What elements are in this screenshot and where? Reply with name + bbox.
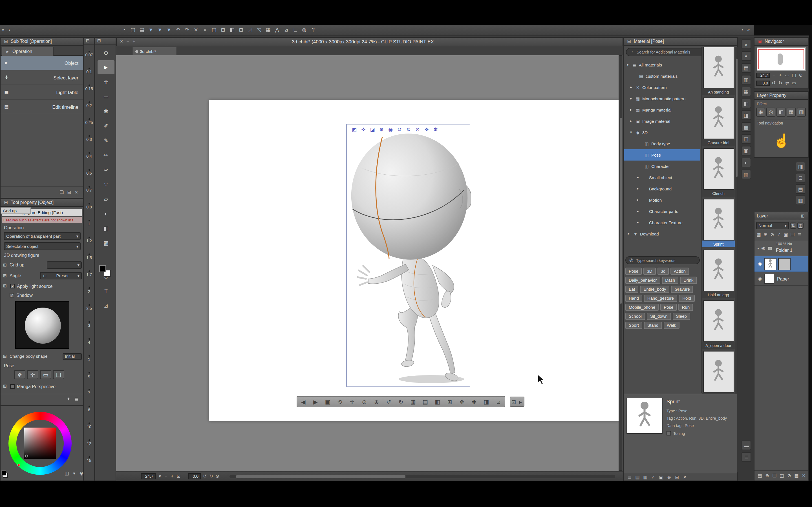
nav-rotate-left[interactable]: ↺ <box>770 80 777 86</box>
body-shape-initial-button[interactable]: Initial <box>63 353 82 360</box>
camera-zoom-button[interactable]: ⊙ <box>359 397 370 406</box>
nav-reset-zoom[interactable]: ⊙ <box>797 72 804 78</box>
navigator-zoom-value[interactable]: 24.7 <box>756 73 770 78</box>
tag-pill[interactable]: Pose <box>660 304 677 311</box>
pose-hand-setup-button[interactable]: ✛ <box>27 370 38 379</box>
status-zoom-out[interactable]: − <box>163 473 169 480</box>
maximize-icon[interactable]: + <box>131 39 137 45</box>
tool-zoom[interactable]: ⊙ <box>98 46 114 60</box>
material-tree-item[interactable]: ◫ Pose <box>624 149 700 161</box>
material-tree-item[interactable]: ▸ Character parts <box>624 206 700 217</box>
brush-size-item[interactable]: 3 <box>84 316 94 332</box>
register-full-pose-button[interactable]: ⊡ <box>510 397 517 406</box>
navigator-rotation-value[interactable]: 0.0 <box>756 80 770 86</box>
material-panel-header[interactable]: ⊟ Material [Pose] <box>624 38 737 46</box>
model-selection-box[interactable]: ◩✛◪⊕◉↺↻⊙❖✽ <box>346 124 470 387</box>
tool-auto-select[interactable]: ✱ <box>98 104 114 118</box>
tag-pill[interactable]: Entire_body <box>640 286 670 293</box>
add-subtool[interactable]: ⊞ <box>66 189 72 195</box>
info-tab[interactable]: ▧ <box>741 170 751 179</box>
material-thumbnail[interactable]: A_open a door <box>702 300 735 349</box>
subtool-item[interactable]: ▤ Edit timeline <box>1 100 83 114</box>
scroll-right-small-icon[interactable]: › <box>739 27 746 33</box>
tool-eraser[interactable]: ▱ <box>98 192 114 206</box>
tool-pencil[interactable]: ✏ <box>98 148 114 162</box>
tag-pill[interactable]: Hold <box>679 295 695 302</box>
large-thumbnail-button[interactable]: ▦ <box>642 474 649 481</box>
brush-size-item[interactable]: 0.1 <box>84 62 94 79</box>
border-effect-button[interactable]: ◉ <box>756 108 765 117</box>
main-color-swatch[interactable] <box>1 470 6 475</box>
brush-size-item[interactable]: 10 <box>84 417 94 434</box>
toolbar-more-button[interactable]: ▸ <box>517 397 524 406</box>
collapsed-panel-a[interactable]: ◨ <box>796 162 805 171</box>
model-snap-ground-handle[interactable]: ⊙ <box>413 126 422 133</box>
export[interactable]: ▼ <box>165 25 173 34</box>
toning-checkbox[interactable] <box>666 431 671 436</box>
delete-subtool[interactable]: ✕ <box>73 189 80 195</box>
tool-operation[interactable]: ► <box>98 60 114 74</box>
save[interactable]: ▼ <box>147 25 155 34</box>
material-tab-1[interactable]: ▤ <box>741 63 751 73</box>
tag-pill[interactable]: Run <box>678 304 693 311</box>
edit-pose-button[interactable]: ⊞ <box>444 397 455 406</box>
tag-pill[interactable]: Dash <box>662 277 678 284</box>
brush-size-item[interactable]: 8 <box>84 400 94 417</box>
light-source-sphere[interactable] <box>15 301 69 349</box>
shading-button[interactable]: ◧ <box>432 397 443 406</box>
material-tree-item[interactable]: ▸ ▦ Manga material <box>624 104 700 115</box>
tag-pill[interactable]: Eat <box>625 286 639 293</box>
subtool-item[interactable]: ► Object <box>1 56 83 70</box>
register-material-button[interactable]: ⊞ <box>674 474 680 481</box>
undo[interactable]: ↶ <box>174 25 182 34</box>
duplicate-subtool[interactable]: ❏ <box>59 189 65 195</box>
brush-size-item[interactable]: 7 <box>84 383 94 400</box>
tool-ruler[interactable]: ⊿ <box>98 298 114 313</box>
nav-fit-screen[interactable]: ▭ <box>784 72 791 78</box>
close-icon[interactable]: ✕ <box>118 39 124 45</box>
stop-button[interactable]: ▣ <box>322 397 333 406</box>
tool-eyedropper[interactable]: ✐ <box>98 119 114 133</box>
selectable-object-dropdown[interactable]: Selectable object ▾ <box>4 242 81 250</box>
camera-rotate-button[interactable]: ⟲ <box>334 397 345 406</box>
pose-material-button[interactable]: ❖ <box>14 370 26 379</box>
swatch-toggle-button[interactable]: ◫ <box>64 470 70 476</box>
open-file[interactable]: ▤ <box>138 25 146 34</box>
material-tree-item[interactable]: ▾ ◆ 3D <box>624 127 700 138</box>
collapse-panel-icon[interactable]: ⊟ <box>3 200 9 206</box>
deselect[interactable]: ▫ <box>201 25 209 34</box>
subtool-item[interactable]: ✛ Select layer <box>1 70 83 85</box>
tag-pill[interactable]: Hand <box>625 295 642 302</box>
apply-light-checkbox[interactable]: ✓ <box>10 284 15 288</box>
tone-effect-button[interactable]: ◎ <box>766 108 775 117</box>
panel-mini-icon[interactable]: ⊟ <box>85 38 90 44</box>
sv-square[interactable] <box>24 428 56 459</box>
opacity-button[interactable]: ⇅ <box>790 223 796 229</box>
keyword-search-bar[interactable]: ◎ Type search keywords <box>625 256 700 264</box>
subtool-item[interactable]: ▦ Light table <box>1 85 83 100</box>
tag-pill[interactable]: Walk <box>663 322 679 329</box>
expander-icon[interactable]: ⊞ <box>2 353 8 359</box>
material-tree-item[interactable]: ▸ ▣ Image material <box>624 115 700 127</box>
snap-to-grid[interactable]: ▦ <box>264 25 272 34</box>
tag-pill[interactable]: Pose <box>625 268 642 275</box>
angle-preset-dropdown[interactable]: ⊡ Preset ▾ <box>40 272 82 279</box>
layer-name[interactable]: Paper <box>777 277 789 282</box>
status-reset-view[interactable]: ⊙ <box>214 473 220 480</box>
transparent-part-dropdown[interactable]: Operation of transparent part ▾ <box>4 232 81 240</box>
delete-material-button[interactable]: ✕ <box>682 474 688 481</box>
start-clip-studio[interactable]: ◍ <box>300 25 308 34</box>
layer-row-folder[interactable]: ▾ ◉ ▤ 100 % No Folder 1 <box>755 240 808 256</box>
material-tab-6[interactable]: ▩ <box>741 122 751 132</box>
material-tree-item[interactable]: ◫ Character <box>624 161 700 172</box>
list-view-button[interactable]: ≣ <box>626 474 633 481</box>
collapsed-panel-b[interactable]: ⊡ <box>796 173 805 182</box>
crop[interactable]: ⊞ <box>219 25 227 34</box>
status-fit[interactable]: ⊡ <box>175 473 182 480</box>
brush-size-item[interactable]: 1.2 <box>84 231 94 248</box>
status-rotate-right[interactable]: ↻ <box>208 473 214 480</box>
zoom-fit[interactable]: ⊡ <box>237 25 245 34</box>
tool-move[interactable]: ✛ <box>98 75 114 89</box>
model-rotate-y-handle[interactable]: ◉ <box>386 126 395 133</box>
hue-cursor[interactable] <box>17 464 20 466</box>
